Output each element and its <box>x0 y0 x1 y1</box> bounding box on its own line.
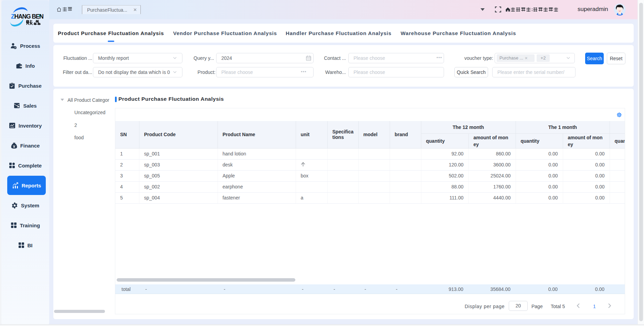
svg-text:ZHANG BEN: ZHANG BEN <box>11 13 43 20</box>
